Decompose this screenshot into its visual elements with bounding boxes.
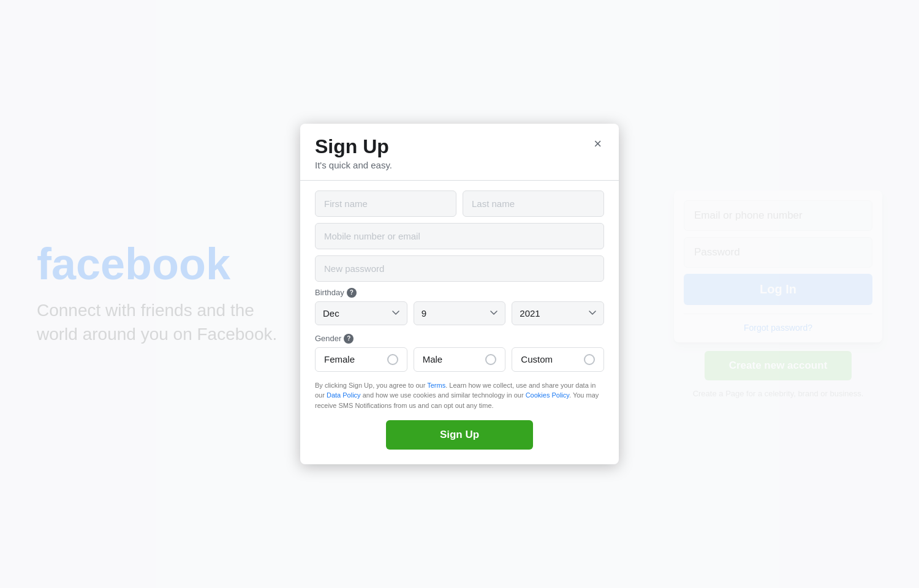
modal-body: Birthday ? Dec JanFebMarApr MayJunJulAug… (300, 181, 619, 465)
terms-text: By clicking Sign Up, you agree to our Te… (315, 380, 604, 411)
birthday-label: Birthday ? (315, 288, 604, 298)
gender-text: Gender (315, 334, 341, 343)
terms-text3: and how we use cookies and similar techn… (361, 391, 526, 399)
modal-overlay: Sign Up It's quick and easy. × Birthday … (0, 0, 919, 588)
close-button[interactable]: × (589, 135, 607, 153)
gender-male-option[interactable]: Male (414, 347, 506, 372)
cookies-policy-link[interactable]: Cookies Policy (526, 391, 569, 399)
gender-label: Gender ? (315, 334, 604, 344)
birthday-text: Birthday (315, 288, 344, 297)
mobile-row (315, 223, 604, 249)
terms-text1: By clicking Sign Up, you agree to our (315, 382, 427, 389)
first-name-input[interactable] (315, 190, 456, 217)
gender-female-option[interactable]: Female (315, 347, 407, 372)
modal-title: Sign Up (315, 136, 604, 157)
signup-modal: Sign Up It's quick and easy. × Birthday … (300, 124, 619, 465)
gender-custom-radio (584, 354, 595, 365)
mobile-email-input[interactable] (315, 223, 604, 249)
last-name-input[interactable] (463, 190, 604, 217)
month-select[interactable]: Dec JanFebMarApr MayJunJulAug SepOctNov (315, 301, 407, 325)
signup-button[interactable]: Sign Up (386, 420, 533, 450)
gender-male-radio (485, 354, 496, 365)
birthday-help-icon[interactable]: ? (347, 288, 357, 298)
data-policy-link[interactable]: Data Policy (327, 391, 361, 399)
gender-help-icon[interactable]: ? (344, 334, 354, 344)
gender-female-radio (387, 354, 398, 365)
day-select[interactable]: 9 12345 6781011 12131415 (414, 301, 506, 325)
gender-female-label: Female (324, 354, 355, 364)
gender-custom-label: Custom (521, 354, 553, 364)
gender-male-label: Male (423, 354, 443, 364)
name-row (315, 190, 604, 217)
password-row (315, 255, 604, 282)
gender-options: Female Male Custom (315, 347, 604, 372)
birthday-selects: Dec JanFebMarApr MayJunJulAug SepOctNov … (315, 301, 604, 325)
year-select[interactable]: 2021 2020201920182017 2016201520142013 2… (512, 301, 604, 325)
terms-link[interactable]: Terms (427, 382, 445, 389)
modal-header: Sign Up It's quick and easy. × (300, 124, 619, 181)
gender-custom-option[interactable]: Custom (512, 347, 604, 372)
password-input[interactable] (315, 255, 604, 282)
modal-subtitle: It's quick and easy. (315, 160, 604, 170)
